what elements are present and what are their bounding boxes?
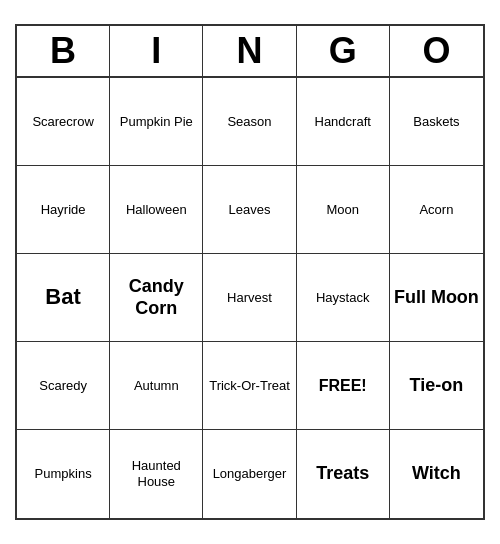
header-letter-n: N bbox=[203, 26, 296, 76]
header-letter-o: O bbox=[390, 26, 483, 76]
bingo-cell-16: Autumn bbox=[110, 342, 203, 430]
bingo-card: BINGO ScarecrowPumpkin PieSeasonHandcraf… bbox=[15, 24, 485, 520]
bingo-cell-8: Moon bbox=[297, 166, 390, 254]
bingo-cell-6: Halloween bbox=[110, 166, 203, 254]
bingo-cell-21: Haunted House bbox=[110, 430, 203, 518]
bingo-cell-13: Haystack bbox=[297, 254, 390, 342]
bingo-cell-10: Bat bbox=[17, 254, 110, 342]
bingo-cell-18: FREE! bbox=[297, 342, 390, 430]
bingo-cell-11: Candy Corn bbox=[110, 254, 203, 342]
bingo-cell-20: Pumpkins bbox=[17, 430, 110, 518]
bingo-cell-23: Treats bbox=[297, 430, 390, 518]
bingo-cell-4: Baskets bbox=[390, 78, 483, 166]
bingo-cell-24: Witch bbox=[390, 430, 483, 518]
bingo-cell-1: Pumpkin Pie bbox=[110, 78, 203, 166]
header-letter-g: G bbox=[297, 26, 390, 76]
bingo-cell-7: Leaves bbox=[203, 166, 296, 254]
bingo-cell-9: Acorn bbox=[390, 166, 483, 254]
bingo-cell-15: Scaredy bbox=[17, 342, 110, 430]
bingo-cell-12: Harvest bbox=[203, 254, 296, 342]
bingo-header: BINGO bbox=[17, 26, 483, 78]
bingo-cell-0: Scarecrow bbox=[17, 78, 110, 166]
bingo-grid: ScarecrowPumpkin PieSeasonHandcraftBaske… bbox=[17, 78, 483, 518]
bingo-cell-19: Tie-on bbox=[390, 342, 483, 430]
header-letter-b: B bbox=[17, 26, 110, 76]
bingo-cell-5: Hayride bbox=[17, 166, 110, 254]
bingo-cell-17: Trick-Or-Treat bbox=[203, 342, 296, 430]
header-letter-i: I bbox=[110, 26, 203, 76]
bingo-cell-2: Season bbox=[203, 78, 296, 166]
bingo-cell-22: Longaberger bbox=[203, 430, 296, 518]
bingo-cell-14: Full Moon bbox=[390, 254, 483, 342]
bingo-cell-3: Handcraft bbox=[297, 78, 390, 166]
